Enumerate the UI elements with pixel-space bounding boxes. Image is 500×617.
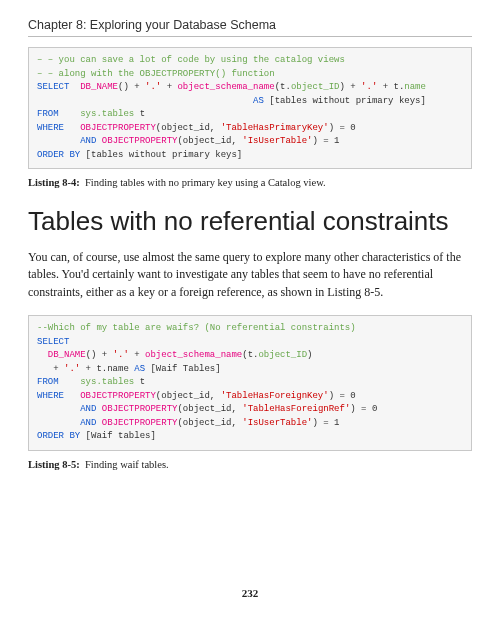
str-dot: '.' [64, 364, 80, 374]
listing-text: Finding tables with no primary key using… [85, 177, 326, 188]
str-table-has-pk: 'TableHasPrimaryKey' [221, 123, 329, 133]
code-text: ) = 1 [312, 136, 339, 146]
str-dot: '.' [145, 82, 161, 92]
code-text: () + [118, 82, 145, 92]
code-text: + [129, 350, 145, 360]
fn-objectproperty: OBJECTPROPERTY [102, 404, 178, 414]
col-object-id: object_ID [291, 82, 340, 92]
fn-objectproperty: OBJECTPROPERTY [80, 391, 156, 401]
code-text: + t. [377, 82, 404, 92]
fn-object-schema-name: object_schema_name [145, 350, 242, 360]
listing-label: Listing 8-4: [28, 177, 80, 188]
fn-objectproperty: OBJECTPROPERTY [102, 418, 178, 428]
section-heading: Tables with no referential constraints [28, 206, 472, 237]
code-text: ) = 0 [329, 391, 356, 401]
kw-as: AS [134, 364, 145, 374]
kw-from: FROM [37, 109, 59, 119]
code-text: ) = 0 [350, 404, 377, 414]
code-text: (object_id, [156, 391, 221, 401]
alias: [Waif Tables] [145, 364, 221, 374]
alias: [tables without primary keys] [264, 96, 426, 106]
fn-objectproperty: OBJECTPROPERTY [80, 123, 156, 133]
code-comment: – – along with the OBJECTPROPERTY() func… [37, 69, 275, 79]
alias-t: t [134, 377, 145, 387]
table-sys-tables: sys.tables [80, 377, 134, 387]
code-text: (object_id, [177, 136, 242, 146]
col-object-id: object_ID [258, 350, 307, 360]
kw-where: WHERE [37, 391, 64, 401]
code-text: ) = 0 [329, 123, 356, 133]
code-text: (object_id, [156, 123, 221, 133]
code-text: ) = 1 [312, 418, 339, 428]
code-text: (t. [275, 82, 291, 92]
code-text: () + [86, 350, 113, 360]
str-table-has-fref: 'TableHasForeignRef' [242, 404, 350, 414]
listing-label: Listing 8-5: [28, 459, 80, 470]
str-table-has-fk: 'TableHasForeignKey' [221, 391, 329, 401]
code-text: + [161, 82, 177, 92]
code-text: + [37, 364, 64, 374]
fn-object-schema-name: object_schema_name [177, 82, 274, 92]
kw-order-by: ORDER BY [37, 431, 80, 441]
table-sys-tables: sys.tables [80, 109, 134, 119]
alias-t: t [134, 109, 145, 119]
code-listing-8-4: – – you can save a lot of code by using … [28, 47, 472, 169]
body-paragraph: You can, of course, use almost the same … [28, 249, 472, 301]
code-text: (object_id, [177, 418, 242, 428]
code-comment: – – you can save a lot of code by using … [37, 55, 345, 65]
code-text: + t.name [80, 364, 134, 374]
code-text: ) [307, 350, 312, 360]
kw-and: AND [80, 404, 96, 414]
kw-where: WHERE [37, 123, 64, 133]
code-comment: --Which of my table are waifs? (No refer… [37, 323, 356, 333]
kw-from: FROM [37, 377, 59, 387]
listing-text: Finding waif tables. [85, 459, 169, 470]
fn-dbname: DB_NAME [80, 82, 118, 92]
str-is-user-table: 'IsUserTable' [242, 418, 312, 428]
col-name: name [404, 82, 426, 92]
str-is-user-table: 'IsUserTable' [242, 136, 312, 146]
order-by-col: [tables without primary keys] [80, 150, 242, 160]
chapter-header: Chapter 8: Exploring your Database Schem… [28, 18, 472, 37]
page-number: 232 [0, 587, 500, 599]
kw-select: SELECT [37, 337, 69, 347]
code-text: (t. [242, 350, 258, 360]
listing-caption-8-5: Listing 8-5: Finding waif tables. [28, 459, 472, 470]
kw-select: SELECT [37, 82, 69, 92]
page: Chapter 8: Exploring your Database Schem… [0, 0, 500, 617]
kw-and: AND [80, 136, 96, 146]
code-text: ) + [339, 82, 361, 92]
code-text: (object_id, [177, 404, 242, 414]
fn-dbname: DB_NAME [48, 350, 86, 360]
order-by-col: [Waif tables] [80, 431, 156, 441]
str-dot: '.' [113, 350, 129, 360]
kw-order-by: ORDER BY [37, 150, 80, 160]
str-dot: '.' [361, 82, 377, 92]
kw-and: AND [80, 418, 96, 428]
listing-caption-8-4: Listing 8-4: Finding tables with no prim… [28, 177, 472, 188]
code-listing-8-5: --Which of my table are waifs? (No refer… [28, 315, 472, 451]
fn-objectproperty: OBJECTPROPERTY [102, 136, 178, 146]
kw-as: AS [253, 96, 264, 106]
